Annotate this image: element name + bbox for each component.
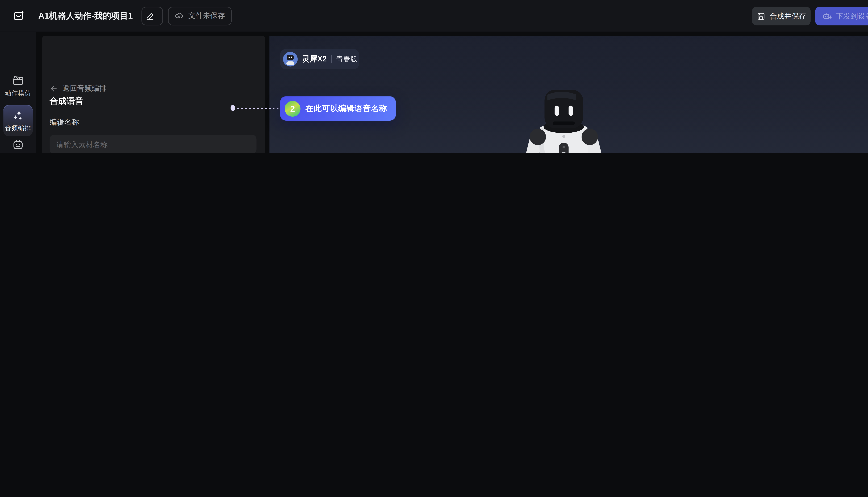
cloud-offline-icon — [174, 11, 184, 21]
robot-download-icon — [822, 11, 833, 21]
robot-chip: 灵犀X2 青春版 — [280, 49, 359, 69]
robot-name: 灵犀X2 — [302, 54, 327, 64]
name-label: 编辑名称 — [50, 117, 79, 127]
connector-line — [237, 108, 280, 109]
robot-face-icon — [12, 139, 24, 151]
file-status-button[interactable]: 文件未保存 — [168, 6, 232, 25]
file-status-label: 文件未保存 — [188, 11, 225, 21]
sidebar-item-expression-lib[interactable]: 表情库 — [2, 139, 34, 153]
sidebar-item-motion-mimic[interactable]: 动作模仿 — [2, 74, 34, 98]
step-badge: 2 — [285, 101, 300, 116]
robot-chip-avatar — [283, 52, 297, 67]
floppy-icon — [757, 12, 766, 20]
clapperboard-icon — [12, 74, 24, 87]
robot-model[interactable] — [492, 45, 636, 153]
deploy-button[interactable]: 下发到设备 — [815, 7, 868, 25]
tip-text: 在此可以编辑语音名称 — [306, 103, 387, 113]
left-rail: 动作模仿 音频编排 表情库 动作库 音频库 — [0, 32, 36, 153]
sparkles-icon — [12, 109, 24, 121]
app-logo-icon — [12, 9, 26, 23]
back-label: 返回音频编排 — [62, 84, 107, 94]
divider — [331, 55, 332, 63]
back-arrow-icon — [50, 84, 58, 93]
deploy-label: 下发到设备 — [836, 11, 868, 21]
save-label: 合成并保存 — [770, 11, 806, 21]
app-window: A1机器人动作-我的项目1 文件未保存 合成并保存 — [0, 0, 868, 153]
sidebar-label: 动作模仿 — [5, 89, 31, 98]
synthesis-panel: 返回音频编排 合成语音 编辑名称 描述配音内容 大家好，我是灵犀X2，很高兴认识… — [42, 36, 265, 153]
rename-button[interactable] — [141, 6, 163, 25]
viewport-3d[interactable]: 灵犀X2 青春版 Z Y X — [269, 36, 868, 153]
tutorial-tip-2: 2 在此可以编辑语音名称 — [280, 96, 396, 120]
robot-edition: 青春版 — [336, 54, 358, 64]
back-link[interactable]: 返回音频编排 — [50, 84, 107, 94]
save-button[interactable]: 合成并保存 — [752, 7, 811, 25]
material-name-input[interactable] — [50, 135, 256, 153]
panel-title: 合成语音 — [50, 96, 84, 106]
sidebar-label: 音频编排 — [5, 124, 31, 132]
project-title: A1机器人动作-我的项目1 — [38, 11, 133, 21]
top-bar: A1机器人动作-我的项目1 文件未保存 合成并保存 — [0, 0, 868, 32]
connector-dot — [230, 105, 235, 111]
sidebar-item-audio-arrange[interactable]: 音频编排 — [3, 105, 33, 137]
